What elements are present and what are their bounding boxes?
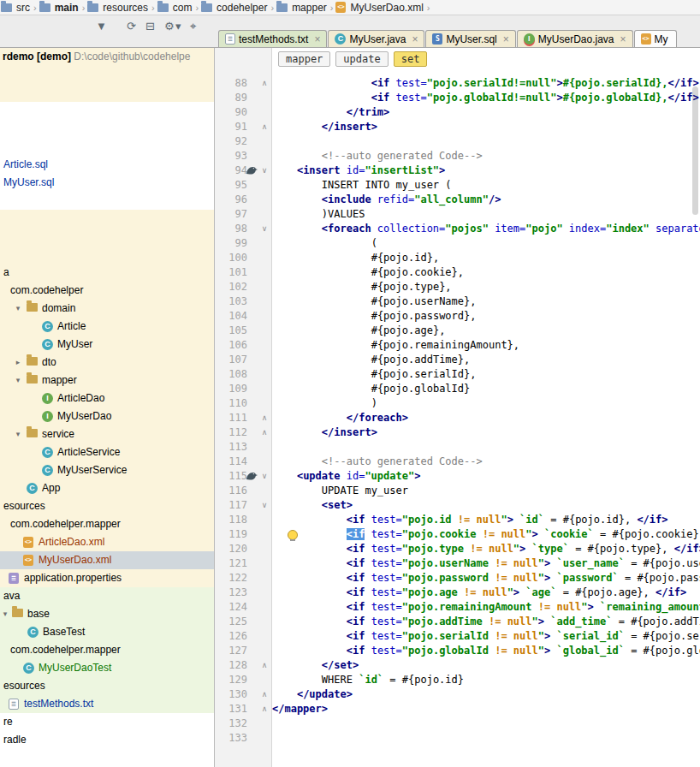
code-line-124[interactable]: <if test="pojo.remainingAmount != null">… (272, 600, 700, 615)
code-line-120[interactable]: <if test="pojo.type != null"> `type` = #… (272, 542, 700, 556)
tab-my[interactable]: <>My (634, 30, 677, 47)
chevron-down-icon[interactable]: ▾ (14, 372, 22, 389)
chevron-down-icon[interactable]: ▾ (14, 425, 22, 443)
navbar-item-main[interactable]: main (55, 2, 79, 14)
code-line-122[interactable]: <if test="pojo.password != null"> `passw… (272, 571, 700, 586)
close-tab-icon[interactable]: × (620, 33, 626, 45)
tab-testmethods-txt[interactable]: ≡testMethods.txt× (218, 30, 327, 47)
code-line-101[interactable]: #{pojo.cookie}, (272, 265, 700, 280)
tree-item-myuserdaotest[interactable]: CMyUserDaoTest (0, 659, 214, 677)
close-tab-icon[interactable]: × (314, 33, 320, 45)
code-line-110[interactable]: ) (272, 396, 700, 411)
fold-marker[interactable]: ∧ (258, 76, 270, 91)
tree-item-com-codehelper[interactable]: com.codehelper (0, 282, 214, 300)
code-line-123[interactable]: <if test="pojo.age != null"> `age` = #{p… (272, 586, 700, 600)
tree-item-articleservice[interactable]: CArticleService (0, 443, 214, 461)
code-line-133[interactable] (272, 731, 700, 746)
tree-item-article-sql[interactable]: Article.sql (0, 156, 214, 174)
code-line-103[interactable]: #{pojo.userName}, (272, 294, 700, 309)
code-line-128[interactable]: </set> (272, 658, 700, 673)
fold-marker[interactable]: ∨ (258, 469, 270, 484)
code-line-89[interactable]: <if test="pojo.globalId!=null">#{pojo.gl… (272, 91, 700, 105)
fold-marker[interactable]: ∧ (258, 702, 270, 716)
fold-marker[interactable]: ∧ (258, 120, 270, 134)
chevron-right-icon[interactable]: ▸ (14, 354, 22, 372)
sync-icon[interactable]: ⟳ (127, 20, 136, 33)
fold-marker[interactable]: ∧ (258, 687, 270, 702)
fold-marker[interactable]: ∧ (258, 658, 270, 673)
code-line-88[interactable]: <if test="pojo.serialId!=null">#{pojo.se… (272, 76, 700, 91)
code-line-96[interactable]: <include refid="all_column"/> (272, 193, 700, 207)
code-line-112[interactable]: </insert> (272, 425, 700, 440)
code-line-93[interactable]: <!--auto generated Code--> (272, 149, 700, 164)
navbar-item-src[interactable]: src (16, 2, 30, 14)
code-line-105[interactable]: #{pojo.age}, (272, 324, 700, 338)
tree-item-articledao[interactable]: IArticleDao (0, 389, 214, 407)
code-line-90[interactable]: </trim> (272, 105, 700, 120)
tab-myuserdao-java[interactable]: IMyUserDao.java× (517, 30, 633, 47)
tree-item-ava[interactable]: ava (0, 587, 214, 605)
tree-item-articledao-xml[interactable]: <>ArticleDao.xml (0, 533, 214, 551)
tree-item-re[interactable]: re (0, 713, 214, 731)
fold-marker[interactable]: ∧ (258, 411, 270, 425)
close-tab-icon[interactable]: × (412, 33, 418, 45)
code-line-117[interactable]: <set> (272, 498, 700, 513)
tree-item-com-codehelper-mapper[interactable]: com.codehelper.mapper (0, 515, 214, 533)
fold-marker[interactable]: ∨ (258, 498, 270, 513)
code-line-116[interactable]: UPDATE my_user (272, 484, 700, 498)
code-line-125[interactable]: <if test="pojo.addTime != null"> `add_ti… (272, 615, 700, 629)
breadcrumb-mapper[interactable]: mapper (278, 51, 330, 67)
code-line-102[interactable]: #{pojo.type}, (272, 280, 700, 294)
tab-myuser-sql[interactable]: SMyUser.sql× (425, 30, 515, 47)
code-area[interactable]: mapperupdateset <if test="pojo.serialId!… (272, 48, 700, 767)
navbar-item-myuserdao-xml[interactable]: MyUserDao.xml (350, 2, 423, 14)
intention-bulb-icon[interactable] (288, 530, 298, 540)
tree-item-mapper[interactable]: ▾mapper (0, 372, 214, 389)
navbar-item-mapper[interactable]: mapper (292, 2, 327, 14)
tree-item-esources[interactable]: esources (0, 497, 214, 515)
tree-item-rdemo-demo[interactable]: rdemo [demo] D:\code\github\codehelpe (0, 48, 214, 66)
settings-gear-icon[interactable]: ⚙ (164, 20, 175, 33)
tree-item-application-properties[interactable]: ≡application.properties (0, 569, 214, 587)
code-line-104[interactable]: #{pojo.password}, (272, 309, 700, 324)
navbar-item-codehelper[interactable]: codehelper (217, 2, 267, 14)
tree-item-base[interactable]: ▾base (0, 605, 214, 623)
code-line-98[interactable]: <foreach collection="pojos" item="pojo" … (272, 222, 700, 236)
tree-item-testmethods-txt[interactable]: ≡testMethods.txt (0, 695, 214, 713)
breadcrumb-update[interactable]: update (335, 51, 388, 67)
code-line-91[interactable]: </insert> (272, 120, 700, 134)
tree-item-myuserservice[interactable]: CMyUserService (0, 461, 214, 479)
navbar-item-com[interactable]: com (173, 2, 193, 14)
collapse-all-icon[interactable]: ⊟ (145, 20, 155, 33)
scroll-from-source-icon[interactable]: ⌖ (190, 20, 196, 33)
code-line-113[interactable] (272, 440, 700, 455)
code-line-119[interactable]: <if test="pojo.cookie != null"> `cookie`… (272, 527, 700, 542)
chevron-down-icon[interactable]: ▾ (1, 605, 9, 623)
code-line-95[interactable]: INSERT INTO my_user ( (272, 178, 700, 193)
code-line-132[interactable] (272, 716, 700, 731)
code-line-121[interactable]: <if test="pojo.userName != null"> `user_… (272, 556, 700, 571)
code-line-109[interactable]: #{pojo.globalId} (272, 382, 700, 396)
tree-item-service[interactable]: ▾service (0, 425, 214, 443)
code-line-114[interactable]: <!--auto generated Code--> (272, 455, 700, 469)
scope-dropdown-icon[interactable]: ▼ (96, 20, 107, 33)
dropdown-arrow-icon[interactable]: ▾ (175, 20, 181, 33)
tree-item-myuser-sql[interactable]: MyUser.sql (0, 174, 214, 192)
code-line-130[interactable]: </update> (272, 687, 700, 702)
code-line-129[interactable]: WHERE `id` = #{pojo.id} (272, 673, 700, 687)
fold-marker[interactable]: ∧ (258, 425, 270, 440)
tree-item-app[interactable]: CApp (0, 479, 214, 497)
tree-item-article[interactable]: CArticle (0, 318, 214, 336)
code-line-126[interactable]: <if test="pojo.serialId != null"> `seria… (272, 629, 700, 644)
code-line-94[interactable]: <insert id="insertList"> (272, 164, 700, 178)
code-line-92[interactable] (272, 134, 700, 149)
code-line-127[interactable]: <if test="pojo.globalId != null"> `globa… (272, 644, 700, 658)
tree-item-esources[interactable]: esources (0, 677, 214, 695)
code-line-106[interactable]: #{pojo.remainingAmount}, (272, 338, 700, 353)
breadcrumb-set[interactable]: set (394, 51, 428, 67)
tree-item-myuserdao-xml[interactable]: <>MyUserDao.xml (0, 551, 214, 569)
code-line-108[interactable]: #{pojo.serialId}, (272, 367, 700, 382)
chevron-down-icon[interactable]: ▾ (14, 300, 22, 318)
tree-item-com-codehelper-mapper[interactable]: com.codehelper.mapper (0, 641, 214, 659)
tree-item-myuser[interactable]: CMyUser (0, 336, 214, 354)
